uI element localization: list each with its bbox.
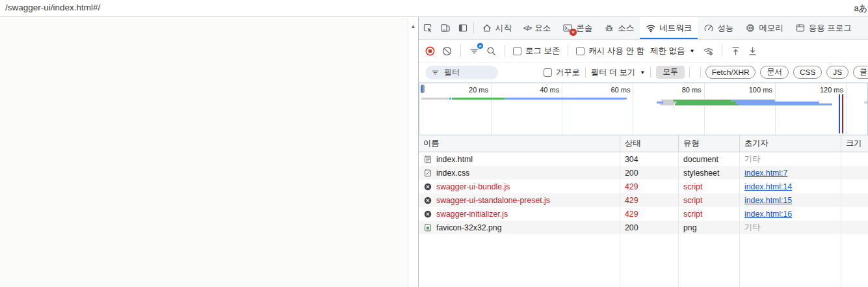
- initiator-link[interactable]: index.html:7: [744, 169, 787, 178]
- chip-fetch-xhr[interactable]: Fetch/XHR: [705, 66, 756, 79]
- network-conditions-button[interactable]: [703, 46, 714, 57]
- disable-cache-label: 캐시 사용 안 함: [588, 46, 644, 57]
- tab-application[interactable]: 응용 프로그: [789, 17, 858, 39]
- request-name-cell[interactable]: index.html: [419, 152, 620, 166]
- more-filters-label: 필터 더 보기: [591, 67, 635, 78]
- network-request-row[interactable]: swagger-ui-standalone-preset.js429script…: [419, 193, 868, 207]
- timeline-gridline: [846, 83, 847, 135]
- network-toolbar: × 로그 보존 캐시 사용 안 함 제한 없음 ▼: [419, 40, 868, 62]
- tab-label: 네트워크: [659, 23, 692, 34]
- initiator-cell: 기타: [740, 152, 841, 166]
- tab-memory[interactable]: 메모리: [739, 17, 789, 39]
- size-cell: [841, 207, 868, 221]
- request-name-cell[interactable]: swagger-ui-standalone-preset.js: [419, 193, 620, 207]
- record-network-log-button[interactable]: [425, 46, 436, 57]
- export-har-button[interactable]: [747, 46, 758, 57]
- timeline-tick-label: 40 ms: [521, 86, 559, 94]
- elements-icon: </>: [523, 24, 531, 32]
- empty-cell: [841, 234, 868, 287]
- initiator-cell: 기타: [740, 221, 841, 234]
- table-empty-area: [419, 234, 868, 287]
- chip-css[interactable]: CSS: [793, 66, 822, 79]
- dock-side-button[interactable]: [454, 17, 471, 39]
- initiator-value: 기타: [744, 154, 761, 165]
- preserve-log-checkbox[interactable]: 로그 보존: [513, 46, 560, 57]
- waterfall-bar-green: [675, 103, 739, 105]
- empty-cell: [419, 234, 620, 287]
- request-name-cell[interactable]: swagger-initializer.js: [419, 207, 620, 221]
- chip-문서[interactable]: 문서: [760, 66, 789, 79]
- chevron-down-icon: ▼: [640, 70, 645, 75]
- error-icon: [423, 182, 432, 191]
- tab-label: 시작: [495, 23, 512, 34]
- tab-console[interactable]: ×콘솔: [557, 17, 598, 39]
- tab-label: 성능: [717, 23, 733, 34]
- devtools-tabs: 시작</>요소×콘솔소스네트워크성능메모리응용 프로그: [476, 17, 858, 39]
- page-content-area: [0, 18, 408, 287]
- divider: [700, 67, 701, 77]
- clear-network-log-button[interactable]: [441, 46, 453, 57]
- load-event-line: [842, 94, 843, 133]
- status-cell: 304: [620, 152, 679, 166]
- ime-indicator: aあ: [854, 3, 867, 14]
- more-filters-dropdown[interactable]: 필터 더 보기 ▼: [591, 67, 645, 78]
- filter-input[interactable]: 필터: [425, 66, 498, 79]
- scroll-up-icon[interactable]: ▲: [408, 18, 418, 29]
- tab-elements[interactable]: </>요소: [518, 17, 557, 39]
- tab-sources[interactable]: 소스: [598, 17, 640, 39]
- console-error-badge: ×: [570, 29, 577, 36]
- search-button[interactable]: [486, 46, 497, 57]
- throttling-dropdown[interactable]: 제한 없음 ▼: [650, 46, 694, 57]
- network-request-row[interactable]: index.css200stylesheetindex.html:7: [419, 166, 868, 180]
- network-request-row[interactable]: swagger-ui-bundle.js429scriptindex.html:…: [419, 180, 868, 193]
- tab-home[interactable]: 시작: [476, 17, 518, 39]
- status-cell: 200: [620, 221, 679, 234]
- status-value: 200: [625, 223, 638, 232]
- overview-scroll-handle[interactable]: [421, 85, 425, 93]
- timeline-tick-label: 60 ms: [592, 86, 630, 94]
- tab-network[interactable]: 네트워크: [640, 17, 698, 39]
- table-header-row: 이름상태유형초기자크기: [419, 135, 868, 152]
- network-request-row[interactable]: index.html304document기타: [419, 152, 868, 166]
- request-name-cell[interactable]: index.css: [419, 166, 620, 180]
- tab-label: 응용 프로그: [809, 23, 852, 34]
- initiator-link[interactable]: index.html:16: [744, 210, 792, 219]
- resource-type-chips: 모두Fetch/XHR문서CSSJS글꼴Img미디어: [656, 66, 868, 79]
- column-header[interactable]: 크기: [841, 135, 868, 152]
- filter-toggle-button[interactable]: ×: [469, 46, 480, 57]
- invert-filter-checkbox[interactable]: 거꾸로: [544, 67, 580, 78]
- tab-label: 요소: [534, 23, 551, 34]
- checkbox[interactable]: [576, 47, 585, 55]
- column-header[interactable]: 유형: [679, 135, 740, 152]
- device-toolbar-button[interactable]: [436, 17, 454, 39]
- column-header[interactable]: 이름: [419, 135, 620, 152]
- page-url[interactable]: /swagger-ui/index.html#/: [5, 3, 100, 12]
- divider: [722, 45, 722, 57]
- request-name-cell[interactable]: swagger-ui-bundle.js: [419, 180, 620, 193]
- request-name-cell[interactable]: favicon-32x32.png: [419, 221, 620, 234]
- type-value: stylesheet: [683, 169, 719, 178]
- inspect-element-button[interactable]: [419, 17, 436, 39]
- network-overview-timeline[interactable]: 20 ms40 ms60 ms80 ms100 ms120 ms: [419, 83, 868, 135]
- filter-active-badge: ×: [477, 43, 483, 49]
- checkbox[interactable]: [513, 47, 521, 55]
- initiator-link[interactable]: index.html:15: [744, 196, 792, 205]
- checkbox[interactable]: [544, 68, 552, 77]
- network-icon: [646, 23, 656, 33]
- empty-cell: [679, 234, 740, 287]
- page-scrollbar[interactable]: ▲: [408, 18, 418, 287]
- disable-cache-checkbox[interactable]: 캐시 사용 안 함: [576, 46, 644, 57]
- chip-js[interactable]: JS: [826, 66, 848, 79]
- network-request-row[interactable]: swagger-initializer.js429scriptindex.htm…: [419, 207, 868, 221]
- status-cell: 429: [620, 207, 679, 221]
- initiator-link[interactable]: index.html:14: [744, 182, 792, 191]
- column-header[interactable]: 상태: [620, 135, 679, 152]
- import-har-button[interactable]: [730, 46, 741, 57]
- chip-모두[interactable]: 모두: [656, 66, 685, 79]
- chip-글꼴[interactable]: 글꼴: [853, 66, 868, 79]
- network-request-row[interactable]: favicon-32x32.png200png기타: [419, 221, 868, 234]
- column-header[interactable]: 초기자: [740, 135, 841, 152]
- dock-left-icon: [458, 23, 468, 33]
- type-value: document: [683, 155, 718, 164]
- tab-performance[interactable]: 성능: [698, 17, 739, 39]
